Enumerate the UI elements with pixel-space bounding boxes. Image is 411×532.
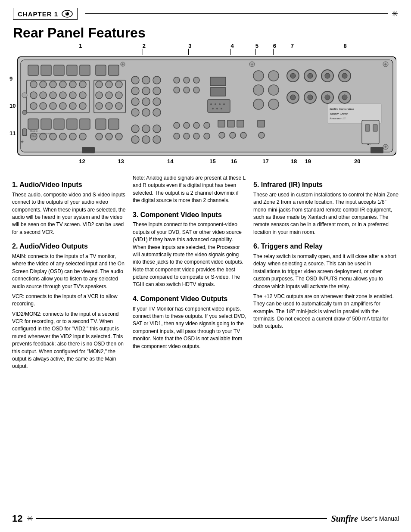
svg-rect-85 <box>210 87 226 96</box>
svg-rect-5 <box>28 65 38 75</box>
svg-point-106 <box>204 122 210 128</box>
svg-rect-146 <box>362 120 379 144</box>
footer-manual-text: User's Manual <box>361 515 399 522</box>
label-12: 12 <box>79 158 85 165</box>
svg-text:Theater Grand: Theater Grand <box>330 112 348 115</box>
svg-rect-113 <box>237 120 244 127</box>
col-middle: Note: Analog audio signals are present a… <box>133 174 253 373</box>
svg-point-62 <box>153 76 161 84</box>
col-right: 5. Infrared (IR) Inputs These are used i… <box>253 174 399 373</box>
label-19: 19 <box>305 158 311 165</box>
svg-rect-32 <box>67 119 77 129</box>
svg-point-46 <box>106 81 112 88</box>
section-3-body: These inputs connect to the component-vi… <box>133 221 246 289</box>
label-16: 16 <box>230 158 237 165</box>
svg-point-25 <box>59 103 66 109</box>
svg-text:Processor III: Processor III <box>329 117 346 120</box>
svg-point-124 <box>325 73 330 78</box>
svg-point-67 <box>142 98 150 106</box>
svg-point-80 <box>193 77 199 83</box>
svg-point-13 <box>59 81 66 88</box>
svg-rect-112 <box>227 120 234 127</box>
svg-point-108 <box>184 133 190 139</box>
svg-point-83 <box>193 87 199 93</box>
svg-point-134 <box>342 95 347 100</box>
svg-point-110 <box>204 133 210 139</box>
svg-rect-56 <box>109 119 119 129</box>
label-18: 18 <box>291 158 297 165</box>
svg-point-78 <box>174 77 180 83</box>
svg-rect-33 <box>80 119 90 129</box>
svg-point-91 <box>212 108 214 109</box>
svg-point-52 <box>106 103 112 109</box>
svg-point-27 <box>79 103 86 109</box>
svg-point-76 <box>142 136 150 143</box>
svg-rect-7 <box>54 65 64 75</box>
svg-point-49 <box>106 92 112 99</box>
svg-point-22 <box>30 103 37 109</box>
svg-point-116 <box>240 132 246 138</box>
chapter-label: CHAPTER 1 <box>18 10 58 18</box>
eye-icon <box>62 9 73 18</box>
note-text: Note: Analog audio signals are present a… <box>133 174 246 205</box>
side-labels: 9 10 11 <box>9 56 16 156</box>
svg-rect-84 <box>210 77 226 86</box>
svg-point-39 <box>79 133 86 140</box>
section-6-body-0: The relay switch is normally open, and i… <box>253 253 399 290</box>
svg-point-97 <box>253 71 264 81</box>
svg-point-45 <box>96 81 103 88</box>
label-20: 20 <box>354 158 360 165</box>
svg-point-16 <box>30 92 37 99</box>
svg-point-114 <box>219 132 225 138</box>
svg-point-107 <box>174 133 180 139</box>
svg-point-103 <box>174 122 180 128</box>
section-2-vid2: VID2/MON2: connects to the input of a se… <box>12 311 126 370</box>
section-5-body: These are used in custom installations t… <box>253 191 399 236</box>
page-header: CHAPTER 1 ✳ <box>0 0 411 22</box>
svg-point-60 <box>131 76 139 84</box>
svg-point-155 <box>22 110 27 115</box>
svg-rect-111 <box>218 120 225 127</box>
svg-point-115 <box>230 132 236 138</box>
chapter-box: CHAPTER 1 <box>13 8 78 20</box>
svg-point-63 <box>131 87 139 95</box>
svg-point-48 <box>96 92 103 99</box>
section-6-body-1: The +12 VDC outputs are on whenever thei… <box>253 293 399 330</box>
svg-rect-9 <box>80 65 90 75</box>
svg-point-14 <box>69 81 76 88</box>
svg-point-65 <box>153 87 161 95</box>
svg-rect-31 <box>54 119 64 129</box>
label-2: 2 <box>143 43 146 49</box>
svg-rect-40 <box>96 65 106 75</box>
svg-rect-8 <box>67 65 77 75</box>
label-7: 7 <box>291 43 294 49</box>
svg-point-120 <box>290 73 296 78</box>
page-footer: 12 ✳ Sunfire User's Manual <box>0 513 411 524</box>
svg-rect-117 <box>258 120 265 127</box>
section-2-vcr: VCR: connects to the inputs of a VCR to … <box>12 293 126 308</box>
svg-point-88 <box>215 103 216 105</box>
svg-point-19 <box>59 92 66 99</box>
svg-point-100 <box>268 85 279 95</box>
svg-point-66 <box>131 98 139 106</box>
diagram-container: 1 2 3 4 5 6 7 8 9 10 11 <box>9 43 402 170</box>
label-1: 1 <box>79 43 82 49</box>
label-9: 9 <box>9 75 16 82</box>
svg-point-93 <box>221 108 222 109</box>
svg-point-104 <box>184 122 190 128</box>
col-left: 1. Audio/Video Inputs These audio, compo… <box>12 174 133 373</box>
svg-point-51 <box>96 103 103 109</box>
svg-point-57 <box>96 133 103 140</box>
svg-text:U.S.A.: U.S.A. <box>30 135 36 137</box>
svg-point-38 <box>69 133 76 140</box>
svg-point-21 <box>79 92 86 99</box>
svg-text:Sunfire Corporation: Sunfire Corporation <box>330 107 354 111</box>
svg-point-92 <box>216 108 218 109</box>
label-13: 13 <box>118 158 124 165</box>
svg-point-11 <box>40 81 47 88</box>
section-6-title: 6. Triggers and Relay <box>253 242 399 251</box>
section-3-title: 3. Component Video Inputs <box>133 211 246 220</box>
top-labels: 1 2 3 4 5 6 7 8 <box>37 43 389 56</box>
svg-point-68 <box>153 98 161 106</box>
svg-rect-156 <box>22 129 27 136</box>
